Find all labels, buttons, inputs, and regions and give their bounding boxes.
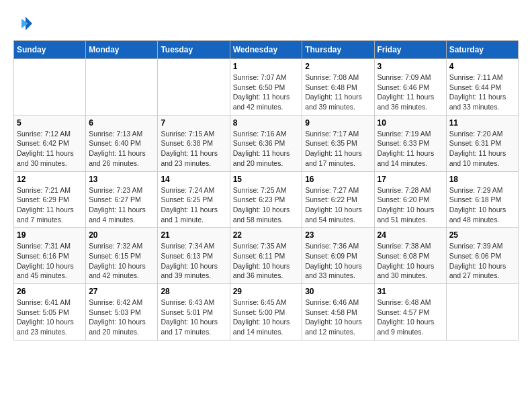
day-info: Sunrise: 7:36 AM Sunset: 6:09 PM Dayligh… [305, 241, 371, 281]
day-info: Sunrise: 7:28 AM Sunset: 6:20 PM Dayligh… [378, 185, 443, 225]
calendar-week-row: 1Sunrise: 7:07 AM Sunset: 6:50 PM Daylig… [14, 59, 519, 116]
calendar-cell: 9Sunrise: 7:17 AM Sunset: 6:35 PM Daylig… [302, 115, 374, 171]
day-info: Sunrise: 7:25 AM Sunset: 6:23 PM Dayligh… [233, 185, 300, 225]
day-info: Sunrise: 7:39 AM Sunset: 6:06 PM Dayligh… [449, 241, 515, 281]
weekday-header-tuesday: Tuesday [158, 41, 230, 59]
day-number: 2 [305, 62, 371, 71]
day-info: Sunrise: 7:38 AM Sunset: 6:08 PM Dayligh… [378, 241, 443, 281]
calendar-cell: 15Sunrise: 7:25 AM Sunset: 6:23 PM Dayli… [230, 171, 302, 228]
calendar-cell: 18Sunrise: 7:29 AM Sunset: 6:18 PM Dayli… [446, 171, 518, 228]
day-info: Sunrise: 7:35 AM Sunset: 6:11 PM Dayligh… [233, 241, 300, 281]
day-info: Sunrise: 7:07 AM Sunset: 6:50 PM Dayligh… [233, 73, 300, 112]
day-number: 18 [449, 175, 515, 184]
day-number: 5 [17, 118, 83, 128]
calendar-cell: 5Sunrise: 7:12 AM Sunset: 6:42 PM Daylig… [14, 115, 86, 171]
calendar-cell: 10Sunrise: 7:19 AM Sunset: 6:33 PM Dayli… [374, 115, 446, 171]
day-number: 20 [89, 230, 154, 240]
calendar-cell: 11Sunrise: 7:20 AM Sunset: 6:31 PM Dayli… [446, 115, 518, 171]
day-number: 19 [17, 230, 83, 240]
calendar-cell [158, 59, 230, 116]
calendar-cell: 29Sunrise: 6:45 AM Sunset: 5:00 PM Dayli… [230, 284, 302, 340]
day-number: 10 [378, 118, 443, 128]
calendar-cell: 6Sunrise: 7:13 AM Sunset: 6:40 PM Daylig… [86, 115, 158, 171]
day-info: Sunrise: 7:12 AM Sunset: 6:42 PM Dayligh… [17, 129, 83, 169]
day-info: Sunrise: 6:45 AM Sunset: 5:00 PM Dayligh… [233, 298, 300, 337]
calendar-week-row: 19Sunrise: 7:31 AM Sunset: 6:16 PM Dayli… [14, 228, 519, 284]
calendar-cell: 1Sunrise: 7:07 AM Sunset: 6:50 PM Daylig… [230, 59, 302, 116]
calendar-cell: 7Sunrise: 7:15 AM Sunset: 6:38 PM Daylig… [158, 115, 230, 171]
calendar-cell: 21Sunrise: 7:34 AM Sunset: 6:13 PM Dayli… [158, 228, 230, 284]
day-info: Sunrise: 6:42 AM Sunset: 5:03 PM Dayligh… [89, 298, 154, 337]
day-info: Sunrise: 7:16 AM Sunset: 6:36 PM Dayligh… [233, 129, 300, 169]
day-info: Sunrise: 7:29 AM Sunset: 6:18 PM Dayligh… [449, 185, 515, 225]
day-info: Sunrise: 7:20 AM Sunset: 6:31 PM Dayligh… [449, 129, 515, 169]
calendar-cell: 25Sunrise: 7:39 AM Sunset: 6:06 PM Dayli… [446, 228, 518, 284]
day-info: Sunrise: 7:32 AM Sunset: 6:15 PM Dayligh… [89, 241, 154, 281]
day-info: Sunrise: 7:17 AM Sunset: 6:35 PM Dayligh… [305, 129, 371, 169]
calendar-cell [446, 284, 518, 340]
day-number: 30 [305, 287, 371, 296]
day-info: Sunrise: 7:15 AM Sunset: 6:38 PM Dayligh… [161, 129, 226, 169]
weekday-header-saturday: Saturday [446, 41, 518, 59]
day-number: 29 [233, 287, 300, 296]
day-number: 27 [89, 287, 154, 296]
calendar-cell: 26Sunrise: 6:41 AM Sunset: 5:05 PM Dayli… [14, 284, 86, 340]
calendar-cell: 22Sunrise: 7:35 AM Sunset: 6:11 PM Dayli… [230, 228, 302, 284]
day-number: 15 [233, 175, 300, 184]
day-info: Sunrise: 7:09 AM Sunset: 6:46 PM Dayligh… [378, 73, 443, 112]
day-number: 12 [17, 175, 83, 184]
day-number: 4 [449, 62, 515, 71]
calendar-cell: 19Sunrise: 7:31 AM Sunset: 6:16 PM Dayli… [14, 228, 86, 284]
calendar-cell: 24Sunrise: 7:38 AM Sunset: 6:08 PM Dayli… [374, 228, 446, 284]
calendar-cell: 14Sunrise: 7:24 AM Sunset: 6:25 PM Dayli… [158, 171, 230, 228]
day-info: Sunrise: 7:08 AM Sunset: 6:48 PM Dayligh… [305, 73, 371, 112]
day-number: 16 [305, 175, 371, 184]
calendar-cell: 13Sunrise: 7:23 AM Sunset: 6:27 PM Dayli… [86, 171, 158, 228]
day-number: 31 [378, 287, 443, 296]
calendar-cell: 27Sunrise: 6:42 AM Sunset: 5:03 PM Dayli… [86, 284, 158, 340]
calendar-table: SundayMondayTuesdayWednesdayThursdayFrid… [13, 40, 519, 340]
weekday-header-monday: Monday [86, 41, 158, 59]
logo-icon [13, 13, 34, 34]
day-number: 28 [161, 287, 226, 296]
weekday-header-wednesday: Wednesday [230, 41, 302, 59]
calendar-cell: 17Sunrise: 7:28 AM Sunset: 6:20 PM Dayli… [374, 171, 446, 228]
calendar-week-row: 26Sunrise: 6:41 AM Sunset: 5:05 PM Dayli… [14, 284, 519, 340]
weekday-header-thursday: Thursday [302, 41, 374, 59]
day-number: 24 [378, 230, 443, 240]
day-number: 22 [233, 230, 300, 240]
calendar-cell: 20Sunrise: 7:32 AM Sunset: 6:15 PM Dayli… [86, 228, 158, 284]
day-number: 11 [449, 118, 515, 128]
day-number: 21 [161, 230, 226, 240]
calendar-cell: 12Sunrise: 7:21 AM Sunset: 6:29 PM Dayli… [14, 171, 86, 228]
day-info: Sunrise: 7:31 AM Sunset: 6:16 PM Dayligh… [17, 241, 83, 281]
page-header [13, 13, 519, 34]
calendar-cell: 3Sunrise: 7:09 AM Sunset: 6:46 PM Daylig… [374, 59, 446, 116]
day-info: Sunrise: 7:21 AM Sunset: 6:29 PM Dayligh… [17, 185, 83, 225]
day-info: Sunrise: 7:23 AM Sunset: 6:27 PM Dayligh… [89, 185, 154, 225]
calendar-week-row: 12Sunrise: 7:21 AM Sunset: 6:29 PM Dayli… [14, 171, 519, 228]
calendar-cell [86, 59, 158, 116]
calendar-week-row: 5Sunrise: 7:12 AM Sunset: 6:42 PM Daylig… [14, 115, 519, 171]
day-number: 14 [161, 175, 226, 184]
day-number: 7 [161, 118, 226, 128]
calendar-cell: 30Sunrise: 6:46 AM Sunset: 4:58 PM Dayli… [302, 284, 374, 340]
day-info: Sunrise: 7:13 AM Sunset: 6:40 PM Dayligh… [89, 129, 154, 169]
calendar-cell: 8Sunrise: 7:16 AM Sunset: 6:36 PM Daylig… [230, 115, 302, 171]
calendar-cell: 31Sunrise: 6:48 AM Sunset: 4:57 PM Dayli… [374, 284, 446, 340]
calendar-cell: 23Sunrise: 7:36 AM Sunset: 6:09 PM Dayli… [302, 228, 374, 284]
calendar-cell: 16Sunrise: 7:27 AM Sunset: 6:22 PM Dayli… [302, 171, 374, 228]
calendar-cell [14, 59, 86, 116]
weekday-header-friday: Friday [374, 41, 446, 59]
day-number: 26 [17, 287, 83, 296]
day-info: Sunrise: 6:46 AM Sunset: 4:58 PM Dayligh… [305, 298, 371, 337]
day-info: Sunrise: 6:43 AM Sunset: 5:01 PM Dayligh… [161, 298, 226, 337]
day-number: 9 [305, 118, 371, 128]
day-info: Sunrise: 6:48 AM Sunset: 4:57 PM Dayligh… [378, 298, 443, 337]
day-number: 13 [89, 175, 154, 184]
day-info: Sunrise: 7:24 AM Sunset: 6:25 PM Dayligh… [161, 185, 226, 225]
day-info: Sunrise: 7:11 AM Sunset: 6:44 PM Dayligh… [449, 73, 515, 112]
day-number: 8 [233, 118, 300, 128]
day-info: Sunrise: 6:41 AM Sunset: 5:05 PM Dayligh… [17, 298, 83, 337]
day-number: 3 [378, 62, 443, 71]
